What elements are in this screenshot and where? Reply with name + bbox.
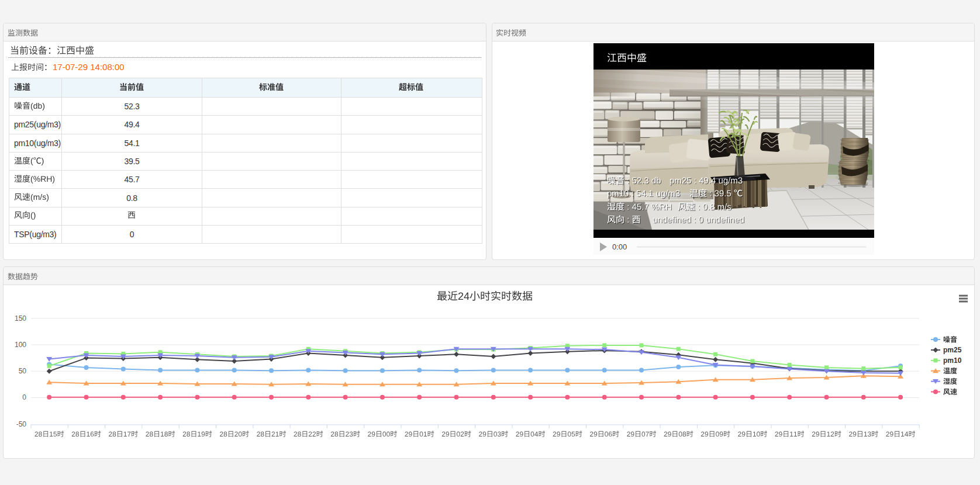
svg-text:0: 0 bbox=[22, 393, 26, 401]
svg-text:150: 150 bbox=[15, 314, 26, 323]
svg-text:pm10: pm10 bbox=[943, 356, 962, 365]
svg-text:-50: -50 bbox=[16, 420, 27, 428]
svg-text:0:00: 0:00 bbox=[612, 243, 627, 251]
svg-text:50: 50 bbox=[19, 367, 27, 375]
svg-text:100: 100 bbox=[15, 341, 26, 349]
svg-text:pm25: pm25 bbox=[943, 346, 962, 354]
